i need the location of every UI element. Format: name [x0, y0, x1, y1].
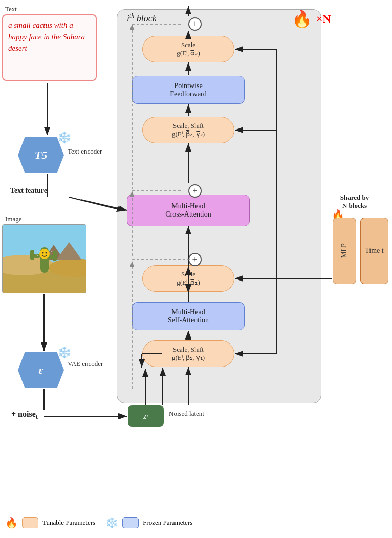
svg-point-16 — [46, 252, 47, 254]
zt-box: zt — [128, 405, 164, 427]
circle-plus-low: + — [188, 253, 202, 266]
vae-label: ε — [38, 363, 43, 377]
svg-rect-8 — [30, 250, 34, 260]
legend-tunable-box — [22, 517, 38, 528]
scale-alpha1-node: Scale g(Eᴵ, α̅₁) — [142, 265, 234, 292]
cross-attention-node: Multi-Head Cross-Attention — [127, 195, 250, 226]
t5-encoder-block: T5 ❄️ — [18, 137, 64, 173]
text-input-content: a small cactus with a happy face in the … — [8, 21, 85, 52]
scale-shift-2-node: Scale, Shift g(Eᴵ, β̅₂, γ̅₂) — [142, 117, 234, 143]
legend-frozen-box — [122, 517, 139, 528]
circle-plus-mid: + — [188, 184, 202, 198]
self-attention-line2: Self-Attention — [168, 316, 209, 325]
vae-snowflake-icon: ❄️ — [57, 346, 71, 359]
image-section-label: Image — [5, 215, 21, 223]
circle-plus-top: + — [188, 17, 202, 31]
vae-encoder-label: VAE encoder — [68, 360, 103, 368]
t5-label: T5 — [35, 148, 47, 162]
time-block: Time t — [360, 218, 388, 284]
legend-tunable-label: Tunable Parameters — [42, 519, 95, 527]
mlp-block: MLP — [333, 218, 356, 284]
svg-point-15 — [42, 252, 44, 254]
scale-shift-1-node: Scale, Shift g(Eᴵ, β̅₁, γ̅₁) — [142, 340, 234, 367]
cross-attention-line2: Cross-Attention — [165, 210, 211, 219]
svg-rect-10 — [53, 251, 57, 261]
fire-icon-top: 🔥 — [292, 9, 312, 29]
svg-point-14 — [39, 249, 50, 259]
scale-alpha2-line1: Scale — [181, 41, 195, 49]
plus-noise-label: + noiset — [11, 410, 38, 421]
text-section-label: Text — [5, 5, 17, 13]
scale-shift-2-line2: g(Eᴵ, β̅₂, γ̅₂) — [172, 130, 205, 138]
legend-tunable: 🔥 Tunable Parameters — [5, 517, 95, 529]
scale-shift-1-line2: g(Eᴵ, β̅₁, γ̅₁) — [172, 354, 205, 362]
legend: 🔥 Tunable Parameters ❄️ Frozen Parameter… — [5, 517, 384, 529]
text-encoder-label: Text encoder — [68, 147, 102, 156]
block-title: ith block — [127, 12, 157, 24]
pointwise-ff-node: Pointwise Feedforward — [132, 76, 245, 104]
t5-snowflake-icon: ❄️ — [57, 131, 71, 144]
legend-frozen: ❄️ Frozen Parameters — [105, 517, 192, 529]
image-box — [2, 224, 86, 293]
shared-by-n-label: Shared by N blocks — [326, 193, 383, 210]
text-feature-label: Text feature — [10, 187, 47, 195]
cross-attention-line1: Multi-Head — [171, 202, 205, 210]
pointwise-ff-line1: Pointwise — [174, 82, 202, 90]
vae-encoder-block: ε ❄️ — [18, 352, 64, 388]
noised-latent-label: Noised latent — [169, 410, 204, 418]
scale-alpha2-line2: g(Eᴵ, α̅₂) — [177, 49, 200, 57]
pointwise-ff-line2: Feedforward — [170, 90, 207, 98]
legend-frozen-label: Frozen Parameters — [143, 519, 192, 527]
diagram-container: Text a small cactus with a happy face in… — [0, 0, 392, 538]
times-n-label: ×N — [316, 12, 331, 26]
legend-snow-icon: ❄️ — [105, 517, 118, 529]
scale-alpha1-line1: Scale — [181, 270, 195, 278]
scale-shift-1-line1: Scale, Shift — [173, 346, 204, 354]
text-input-box: a small cactus with a happy face in the … — [2, 14, 97, 81]
self-attention-node: Multi-Head Self-Attention — [132, 302, 245, 330]
svg-rect-7 — [33, 254, 40, 258]
scale-shift-2-line1: Scale, Shift — [173, 122, 204, 130]
scale-alpha1-line2: g(Eᴵ, α̅₁) — [177, 278, 200, 287]
scale-alpha2-node: Scale g(Eᴵ, α̅₂) — [142, 36, 234, 62]
self-attention-line1: Multi-Head — [171, 308, 205, 316]
legend-fire-icon: 🔥 — [5, 517, 18, 529]
